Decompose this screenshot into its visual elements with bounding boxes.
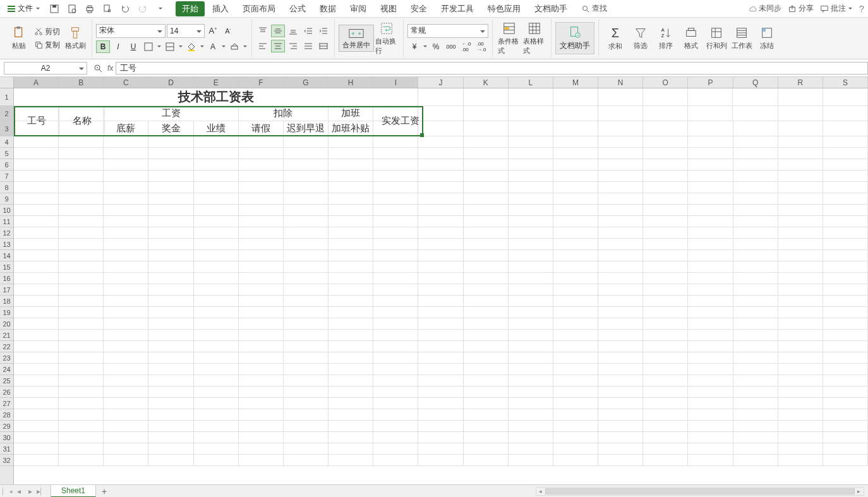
cell-C28[interactable] (104, 409, 148, 421)
cell-J17[interactable] (418, 284, 463, 296)
cell-Q16[interactable] (733, 273, 778, 284)
cell-Q18[interactable] (733, 296, 778, 307)
cell-I20[interactable] (373, 318, 418, 330)
cell-E16[interactable] (194, 273, 239, 284)
cell-E9[interactable] (194, 193, 239, 205)
cell-R30[interactable] (778, 432, 823, 443)
cell[interactable] (553, 106, 598, 121)
row-header-31[interactable]: 31 (0, 443, 13, 455)
cell-F31[interactable] (239, 443, 284, 455)
cell-R7[interactable] (778, 171, 823, 182)
cell-J32[interactable] (418, 455, 463, 466)
add-sheet-button[interactable]: + (99, 486, 110, 497)
cell-P16[interactable] (688, 273, 733, 284)
cell-M28[interactable] (553, 409, 598, 421)
cell-S7[interactable] (823, 171, 868, 182)
tab-start[interactable]: 开始 (176, 1, 205, 16)
cell-D5[interactable] (148, 148, 193, 159)
format-painter-button[interactable]: 格式刷 (63, 25, 88, 52)
cell-D32[interactable] (148, 455, 193, 466)
cell-Q6[interactable] (733, 159, 778, 171)
cell-R18[interactable] (778, 296, 823, 307)
cell-N30[interactable] (598, 432, 643, 443)
cell-B25[interactable] (59, 375, 104, 386)
cell-P4[interactable] (688, 136, 733, 148)
tab-dochelper[interactable]: 文档助手 (528, 1, 574, 16)
cell-G10[interactable] (284, 205, 329, 216)
cell-B31[interactable] (59, 443, 104, 455)
cell-S24[interactable] (823, 364, 868, 375)
cell-J14[interactable] (418, 250, 463, 261)
cell-S14[interactable] (823, 250, 868, 261)
cell-H20[interactable] (329, 318, 373, 330)
cell-O15[interactable] (643, 261, 688, 273)
sheet-tab-1[interactable]: Sheet1 (51, 484, 96, 497)
cell-C6[interactable] (104, 159, 148, 171)
cell-N9[interactable] (598, 193, 643, 205)
cell-G19[interactable] (284, 307, 329, 318)
cell-N18[interactable] (598, 296, 643, 307)
cell-N13[interactable] (598, 239, 643, 250)
cell-C32[interactable] (104, 455, 148, 466)
cell-S15[interactable] (823, 261, 868, 273)
cell-G11[interactable] (284, 216, 329, 227)
col-header-G[interactable]: G (284, 77, 329, 88)
cell-P17[interactable] (688, 284, 733, 296)
cell-S5[interactable] (823, 148, 868, 159)
filter-button[interactable]: 筛选 (628, 25, 653, 52)
cell-H24[interactable] (329, 364, 373, 375)
cell-S21[interactable] (823, 330, 868, 341)
cell-J8[interactable] (418, 182, 463, 193)
row-header-12[interactable]: 12 (0, 227, 13, 239)
cell-Q8[interactable] (733, 182, 778, 193)
cell[interactable] (553, 121, 598, 136)
cell-M29[interactable] (553, 421, 598, 432)
cell-F29[interactable] (239, 421, 284, 432)
increase-decimal-button[interactable]: ←.0.00 (459, 40, 473, 53)
cell-R13[interactable] (778, 239, 823, 250)
cell-A7[interactable] (14, 171, 59, 182)
cell-D11[interactable] (148, 216, 193, 227)
cell-D7[interactable] (148, 171, 193, 182)
row-header-28[interactable]: 28 (0, 409, 13, 421)
cell[interactable] (823, 121, 868, 136)
cell-E27[interactable] (194, 398, 239, 409)
cell-B6[interactable] (59, 159, 104, 171)
cut-button[interactable]: 剪切 (32, 26, 63, 38)
cell-N4[interactable] (598, 136, 643, 148)
cell-K18[interactable] (464, 296, 509, 307)
align-middle-button[interactable] (271, 25, 285, 37)
cell-Q24[interactable] (733, 364, 778, 375)
cell-D15[interactable] (148, 261, 193, 273)
cell-L14[interactable] (509, 250, 553, 261)
cell-P12[interactable] (688, 227, 733, 239)
cell-A27[interactable] (14, 398, 59, 409)
cell-O24[interactable] (643, 364, 688, 375)
cell-O9[interactable] (643, 193, 688, 205)
cell-N21[interactable] (598, 330, 643, 341)
cell-R20[interactable] (778, 318, 823, 330)
cell-M31[interactable] (553, 443, 598, 455)
cell-B10[interactable] (59, 205, 104, 216)
cell-F26[interactable] (239, 386, 284, 398)
cell-A17[interactable] (14, 284, 59, 296)
cell-G6[interactable] (284, 159, 329, 171)
cell-L18[interactable] (509, 296, 553, 307)
cell-format-button[interactable] (163, 40, 177, 53)
tab-review[interactable]: 审阅 (344, 1, 373, 16)
cell-I13[interactable] (373, 239, 418, 250)
cell-I18[interactable] (373, 296, 418, 307)
cell-I24[interactable] (373, 364, 418, 375)
cell-G25[interactable] (284, 375, 329, 386)
cell-N11[interactable] (598, 216, 643, 227)
cell-J24[interactable] (418, 364, 463, 375)
cell-P14[interactable] (688, 250, 733, 261)
cell-N31[interactable] (598, 443, 643, 455)
cell-I22[interactable] (373, 341, 418, 352)
cell-K11[interactable] (464, 216, 509, 227)
cell[interactable]: 扣除 (239, 106, 329, 121)
cell-A18[interactable] (14, 296, 59, 307)
cell-H15[interactable] (329, 261, 373, 273)
cell-L6[interactable] (509, 159, 553, 171)
cell-S4[interactable] (823, 136, 868, 148)
